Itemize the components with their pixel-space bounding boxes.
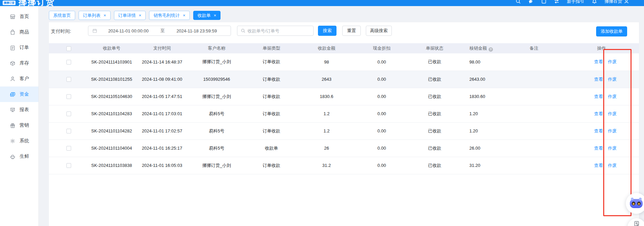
- tab-订单列表[interactable]: 订单列表×: [79, 11, 111, 20]
- account-label: 挪挪百货: [605, 0, 622, 4]
- box-icon: [10, 60, 16, 66]
- table-row: SK-202411141039012024-11-14 16:48:37挪挪订货…: [49, 53, 639, 71]
- cell-doc-type: 订单收款: [244, 122, 299, 140]
- row-checkbox[interactable]: [66, 163, 71, 168]
- tab-系统首页[interactable]: 系统首页: [49, 11, 75, 20]
- cell-writeoff: 2643.00: [460, 71, 504, 88]
- account-menu[interactable]: 挪挪百货: [605, 0, 629, 4]
- sidebar-item-reports[interactable]: 报表: [0, 102, 38, 118]
- row-checkbox[interactable]: [66, 111, 71, 116]
- tab-订单详情[interactable]: 订单详情×: [114, 11, 146, 20]
- sidebar-item-fresh[interactable]: 生鲜: [0, 149, 38, 164]
- sidebar-item-label: 报表: [20, 107, 29, 113]
- table-row: SK-202411011042822024-11-01 17:02:57易科5号…: [49, 122, 639, 140]
- void-link[interactable]: 作废: [608, 59, 617, 65]
- app-logo: 挪挪订货: [19, 0, 55, 6]
- info-icon[interactable]: ?: [489, 47, 493, 52]
- cell-writeoff: 1830.60: [460, 88, 504, 105]
- row-checkbox[interactable]: [66, 129, 71, 133]
- date-start-value[interactable]: 2024-11-01 00:00:00: [98, 28, 158, 33]
- cell-remark: [504, 71, 564, 88]
- date-range-input[interactable]: 2024-11-01 00:00:00 至 2024-11-18 23:59:5…: [88, 26, 231, 36]
- search-input[interactable]: [247, 28, 310, 33]
- order-icon: [10, 45, 16, 51]
- cell-receipt-no: SK-20241105104630: [89, 88, 135, 105]
- void-link[interactable]: 作废: [608, 128, 617, 134]
- cell-amount: 1.2: [299, 105, 354, 122]
- cell-cash-discount: 0.00: [354, 105, 409, 122]
- close-icon[interactable]: ×: [104, 13, 106, 18]
- row-checkbox[interactable]: [66, 146, 71, 151]
- cell-writeoff: 26.00: [460, 140, 504, 157]
- view-link[interactable]: 查看: [594, 59, 603, 65]
- cell-receipt-no: SK-20241108101255: [89, 71, 135, 88]
- app-root: { "topbar": { "logo_badge": "挪挪订货", "log…: [0, 0, 644, 226]
- cell-customer: 易科5号: [189, 140, 244, 157]
- column-header: 现金折扣: [354, 43, 409, 53]
- sidebar-item-inventory[interactable]: 库存: [0, 55, 38, 71]
- select-all-checkbox[interactable]: [66, 46, 71, 51]
- close-icon[interactable]: ×: [139, 13, 142, 18]
- close-icon[interactable]: ×: [214, 13, 216, 18]
- search-button[interactable]: 搜索: [318, 26, 336, 36]
- tab-销售毛利统计[interactable]: 销售毛利统计×: [149, 11, 190, 20]
- sidebar-item-goods[interactable]: 商品: [0, 24, 38, 40]
- cell-amount: 31.2: [299, 157, 354, 174]
- cell-remark: [504, 140, 564, 157]
- void-link[interactable]: 作废: [608, 111, 617, 117]
- survey-icon: [634, 221, 640, 226]
- guide-link[interactable]: 新手指引: [567, 0, 584, 4]
- bell-icon[interactable]: [592, 0, 597, 4]
- column-header: 备注: [504, 43, 564, 53]
- receipts-table: 收款单号支付时间客户名称单据类型收款金额现金折扣单据状态核销金额?备注操作 SK…: [49, 43, 639, 174]
- sidebar-item-system[interactable]: 系统: [0, 133, 38, 149]
- add-receipt-button[interactable]: 添加收款单: [596, 26, 627, 36]
- announcement-icon[interactable]: [528, 0, 534, 4]
- view-link[interactable]: 查看: [594, 111, 603, 117]
- cell-receipt-no: SK-20241101104004: [89, 140, 135, 157]
- sidebar-item-marketing[interactable]: 营销: [0, 118, 38, 133]
- sidebar-item-label: 生鲜: [20, 153, 29, 159]
- cell-doc-type: 订单收款: [244, 88, 299, 105]
- row-checkbox[interactable]: [66, 60, 71, 65]
- view-link[interactable]: 查看: [594, 94, 603, 100]
- cell-doc-type: 订单收款: [244, 53, 299, 71]
- search-icon: [241, 28, 245, 33]
- switch-icon[interactable]: [554, 0, 559, 4]
- cell-amount: 1830.6: [299, 88, 354, 105]
- cell-writeoff: 1.20: [460, 122, 504, 140]
- header-checkbox-cell: [49, 43, 89, 53]
- cell-status: 已收款: [409, 105, 460, 122]
- view-link[interactable]: 查看: [594, 76, 603, 82]
- row-checkbox[interactable]: [66, 94, 71, 99]
- table-header-row: 收款单号支付时间客户名称单据类型收款金额现金折扣单据状态核销金额?备注操作: [49, 43, 639, 53]
- sidebar-item-label: 资金: [20, 91, 29, 97]
- sidebar-item-home[interactable]: 首页: [0, 9, 38, 24]
- tab-收款单[interactable]: 收款单×: [193, 11, 221, 20]
- bag-icon: [10, 29, 16, 35]
- tab-label: 订单详情: [118, 12, 136, 19]
- reset-button[interactable]: 重置: [342, 26, 361, 36]
- date-end-value[interactable]: 2024-11-18 23:59:59: [167, 28, 227, 33]
- view-link[interactable]: 查看: [594, 162, 603, 169]
- topbar: 挪挪订货 挪挪订货 新手指引 挪挪百货: [0, 0, 644, 6]
- void-link[interactable]: 作废: [608, 94, 617, 100]
- table-row: SK-202411011040042024-11-01 16:25:17易科5号…: [49, 140, 639, 157]
- row-checkbox[interactable]: [66, 77, 71, 82]
- search-icon[interactable]: [516, 0, 521, 4]
- view-link[interactable]: 查看: [594, 145, 603, 151]
- sidebar-item-funds[interactable]: 资金: [0, 86, 38, 102]
- sidebar-item-customers[interactable]: 客户: [0, 71, 38, 86]
- close-icon[interactable]: ×: [183, 13, 185, 18]
- view-link[interactable]: 查看: [594, 128, 603, 134]
- chatbot-button[interactable]: [626, 193, 644, 214]
- void-link[interactable]: 作废: [608, 145, 617, 151]
- advanced-search-button[interactable]: 高级搜索: [366, 26, 392, 36]
- cell-remark: [504, 105, 564, 122]
- cell-pay-time: 2024-11-14 16:48:37: [135, 53, 189, 71]
- fullscreen-icon[interactable]: [541, 0, 547, 4]
- column-header: 核销金额?: [460, 43, 504, 53]
- void-link[interactable]: 作废: [608, 162, 617, 169]
- sidebar-item-orders[interactable]: 订单: [0, 40, 38, 55]
- void-link[interactable]: 作废: [608, 76, 617, 82]
